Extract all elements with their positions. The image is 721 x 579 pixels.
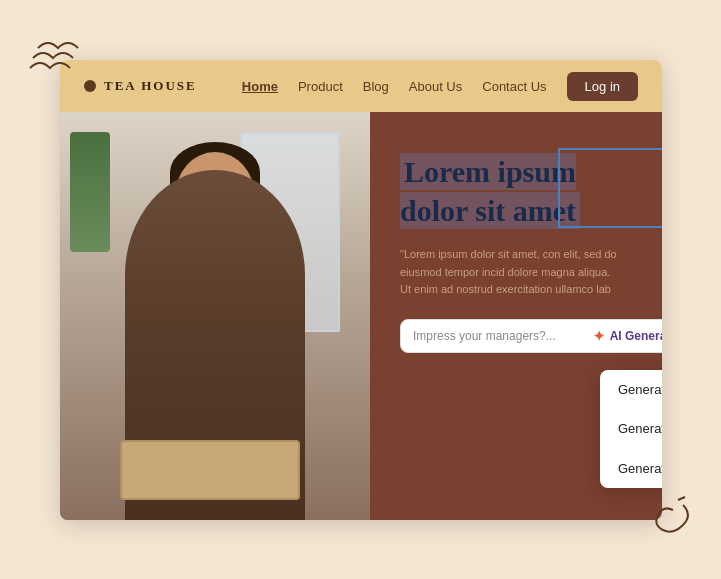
hero-description: "Lorem ipsum dolor sit amet, con elit, s…: [400, 246, 620, 299]
login-button[interactable]: Log in: [567, 72, 638, 101]
navbar: TEA HOUSE Home Product Blog About Us Con…: [60, 60, 662, 112]
ai-input-placeholder: Impress your managers?...: [413, 329, 585, 343]
hero-photo: [60, 112, 370, 520]
dropdown-item-paragraph[interactable]: Generate Paragraph: [600, 409, 662, 448]
hero-title-wrapper: Lorem ipsum dolor sit amet: [400, 152, 662, 230]
brand-name: TEA HOUSE: [104, 78, 197, 94]
ai-generate-button[interactable]: ✦ AI Generate: [593, 328, 662, 344]
decorative-swirl-bottom-right: [643, 495, 693, 549]
nav-link-about[interactable]: About Us: [409, 79, 462, 94]
hero-content: Lorem ipsum dolor sit amet "Lorem ipsum …: [370, 112, 662, 520]
ai-dropdown-menu: Generate Email Generate Paragraph Genera…: [600, 370, 662, 488]
brand: TEA HOUSE: [84, 78, 197, 94]
nav-links: Home Product Blog About Us Contact Us: [242, 79, 547, 94]
decorative-lines-top-left: [28, 28, 88, 92]
nav-link-home[interactable]: Home: [242, 79, 278, 94]
nav-link-contact[interactable]: Contact Us: [482, 79, 546, 94]
sparkle-icon: ✦: [593, 328, 605, 344]
plant-decoration: [70, 132, 110, 252]
hero-section: Lorem ipsum dolor sit amet "Lorem ipsum …: [60, 112, 662, 520]
dropdown-item-email[interactable]: Generate Email: [600, 370, 662, 409]
dropdown-item-heading[interactable]: Generate Heading ✓: [600, 448, 662, 488]
ai-generate-label: AI Generate: [610, 329, 662, 343]
nav-link-product[interactable]: Product: [298, 79, 343, 94]
browser-window: TEA HOUSE Home Product Blog About Us Con…: [60, 60, 662, 520]
hero-title: Lorem ipsum dolor sit amet: [400, 153, 580, 229]
table-decoration: [120, 440, 300, 500]
nav-link-blog[interactable]: Blog: [363, 79, 389, 94]
ai-input-bar[interactable]: Impress your managers?... ✦ AI Generate: [400, 319, 662, 353]
